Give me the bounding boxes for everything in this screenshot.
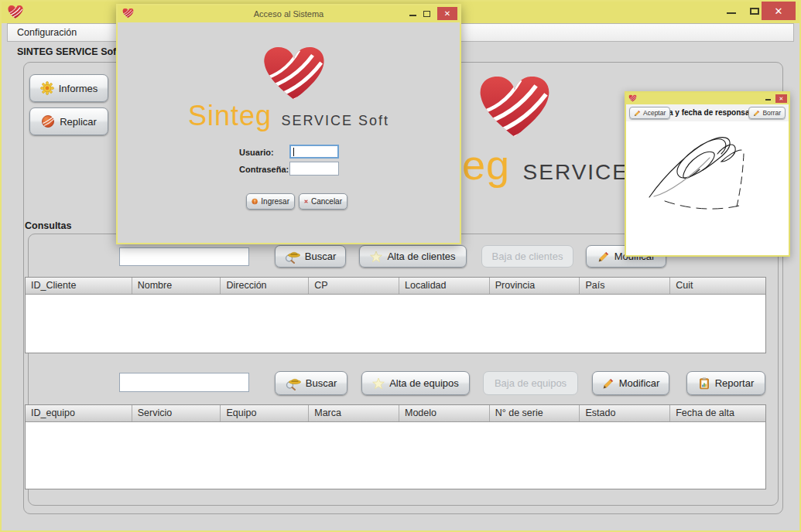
- pencil-icon: [634, 110, 641, 117]
- pencil-icon: [753, 110, 760, 117]
- informes-label: Informes: [59, 83, 98, 94]
- borrar-firma-button[interactable]: Borrar: [748, 107, 786, 119]
- gear-icon: [40, 81, 54, 95]
- globe-icon: [41, 114, 55, 128]
- equipment-buscar-button[interactable]: Buscar: [275, 371, 347, 395]
- column-header[interactable]: Estado: [580, 405, 670, 421]
- cancelar-label: Cancelar: [311, 197, 342, 206]
- usuario-label: Usuario:: [239, 148, 274, 157]
- main-group-title: SINTEG SERVICE Soft: [17, 46, 119, 57]
- search-icon: [286, 377, 301, 390]
- close-button[interactable]: ✕: [437, 7, 457, 20]
- client-buscar-button[interactable]: Buscar: [275, 245, 346, 268]
- equipment-table: ID_equipo Servicio Equipo Marca Modelo N…: [25, 404, 766, 489]
- report-icon: [698, 377, 710, 390]
- clients-table-body: [26, 295, 765, 354]
- column-header[interactable]: Localidad: [399, 278, 490, 294]
- alta-equipos-button[interactable]: Alta de equipos: [361, 371, 470, 395]
- ingresar-button[interactable]: Ingresar: [246, 193, 295, 210]
- signature-canvas[interactable]: [626, 121, 789, 255]
- pencil-icon: [597, 251, 610, 263]
- login-dialog: Acceso al Sistema ✕ Sinteg SERVICE Soft …: [116, 4, 461, 244]
- baja-equipos-button: Baja de equipos: [483, 371, 578, 395]
- maximize-button[interactable]: [750, 8, 759, 15]
- aceptar-firma-button[interactable]: Aceptar: [629, 107, 670, 119]
- close-button[interactable]: ✕: [775, 94, 787, 103]
- column-header[interactable]: ID_Cliente: [26, 278, 132, 294]
- consultas-group-title: Consultas: [25, 220, 71, 231]
- star-icon: [370, 251, 382, 263]
- equipment-search-input[interactable]: [119, 373, 249, 392]
- login-logo-brand: Sinteg: [188, 100, 272, 131]
- column-header[interactable]: Dirección: [221, 278, 309, 294]
- pencil-icon: [602, 377, 614, 390]
- cancel-x-icon: [304, 196, 308, 206]
- modificar-equipo-label: Modificar: [619, 377, 660, 389]
- menu-item-configuracion[interactable]: Configuración: [8, 24, 86, 41]
- ingresar-icon: [252, 196, 258, 206]
- contrasena-field[interactable]: [289, 162, 339, 176]
- column-header[interactable]: País: [580, 278, 670, 294]
- column-header[interactable]: Marca: [309, 405, 399, 421]
- baja-clientes-label: Baja de clientes: [492, 251, 563, 262]
- aceptar-firma-label: Aceptar: [643, 109, 666, 117]
- borrar-firma-label: Borrar: [762, 109, 781, 117]
- column-header[interactable]: Provincia: [490, 278, 580, 294]
- baja-clientes-button: Baja de clientes: [481, 245, 573, 268]
- minimize-button[interactable]: [727, 12, 736, 14]
- modificar-equipo-button[interactable]: Modificar: [592, 371, 669, 395]
- contrasena-label: Contraseña:: [239, 165, 289, 174]
- client-search-input[interactable]: [119, 247, 249, 266]
- client-buscar-label: Buscar: [305, 251, 336, 262]
- alta-clientes-label: Alta de clientes: [387, 251, 455, 262]
- alta-equipos-label: Alta de equipos: [389, 377, 459, 389]
- ingresar-label: Ingresar: [261, 197, 289, 206]
- minimize-button[interactable]: [765, 99, 771, 101]
- login-logo: Sinteg SERVICE Soft: [118, 100, 460, 132]
- maximize-button[interactable]: [423, 11, 430, 17]
- equipment-buscar-label: Buscar: [306, 377, 337, 389]
- close-button[interactable]: ✕: [762, 2, 796, 20]
- signature-titlebar: ✕: [626, 93, 789, 104]
- column-header[interactable]: ID_equipo: [26, 405, 132, 421]
- equipment-table-header: ID_equipo Servicio Equipo Marca Modelo N…: [26, 405, 765, 422]
- reportar-label: Reportar: [715, 377, 755, 389]
- star-icon: [372, 377, 385, 390]
- cancelar-button[interactable]: Cancelar: [299, 193, 347, 210]
- app-heart-icon: [628, 94, 637, 102]
- column-header[interactable]: Fecha de alta: [670, 405, 765, 421]
- logo-heart-icon: [479, 73, 550, 141]
- column-header[interactable]: Modelo: [399, 405, 490, 421]
- search-icon: [285, 250, 300, 264]
- minimize-button[interactable]: [409, 15, 416, 16]
- app-heart-icon: [8, 5, 23, 19]
- column-header[interactable]: Servicio: [132, 405, 221, 421]
- column-header[interactable]: N° de serie: [490, 405, 580, 421]
- column-header[interactable]: Equipo: [221, 405, 309, 421]
- usuario-field[interactable]: [289, 145, 339, 159]
- login-heart-icon: [263, 44, 325, 103]
- baja-equipos-label: Baja de equipos: [495, 377, 567, 389]
- clients-table: ID_Cliente Nombre Dirección CP Localidad…: [25, 277, 766, 353]
- informes-button[interactable]: Informes: [29, 74, 108, 102]
- alta-clientes-button[interactable]: Alta de clientes: [359, 245, 467, 268]
- login-logo-suffix: SERVICE Soft: [281, 113, 389, 128]
- replicar-label: Replicar: [60, 116, 97, 128]
- signature-drawing: [626, 121, 786, 255]
- reportar-button[interactable]: Reportar: [686, 371, 765, 395]
- clients-table-header: ID_Cliente Nombre Dirección CP Localidad…: [26, 278, 765, 295]
- column-header[interactable]: Nombre: [132, 278, 221, 294]
- replicar-button[interactable]: Replicar: [29, 107, 108, 135]
- login-dialog-title: Acceso al Sistema: [118, 5, 460, 22]
- equipment-table-body: [26, 422, 765, 490]
- signature-window: ✕ Firma y fecha de responsable. Aceptar …: [625, 91, 790, 257]
- column-header[interactable]: CP: [309, 278, 399, 294]
- column-header[interactable]: Cuit: [670, 278, 765, 294]
- login-dialog-titlebar: Acceso al Sistema ✕: [118, 5, 460, 22]
